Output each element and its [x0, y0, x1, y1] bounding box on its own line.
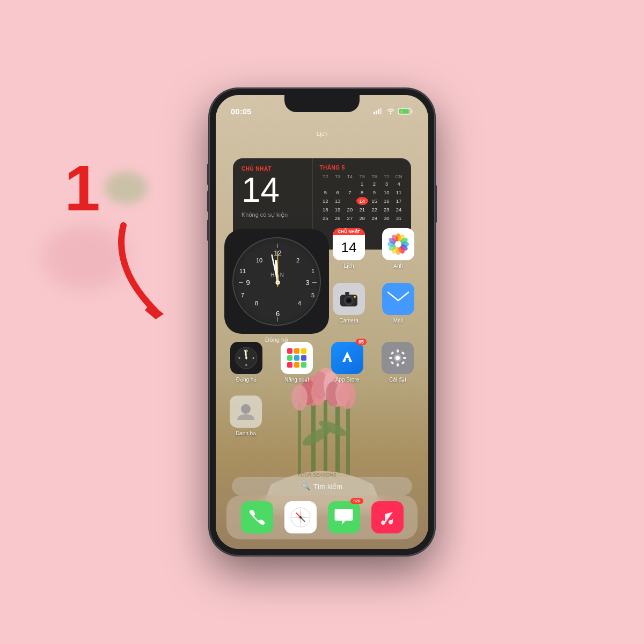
battery-icon: ⚡ — [398, 108, 413, 115]
app-danhBa-icon[interactable] — [230, 396, 262, 428]
svg-text:⚡: ⚡ — [399, 109, 404, 114]
cal-day-18: 18 — [319, 206, 331, 214]
app-anh-icon[interactable] — [382, 228, 414, 260]
cal-day-10: 10 — [380, 188, 392, 196]
clock-small-svg: 12 3 6 9 — [233, 345, 260, 371]
contacts-svg — [235, 401, 257, 422]
app-nangSuat-wrap[interactable]: Năng suất — [275, 342, 318, 383]
cal-day-5: 5 — [319, 188, 331, 196]
cal-app-day-label: CHỦ NHẬT — [333, 228, 365, 235]
dock-phone-icon[interactable] — [241, 501, 273, 533]
svg-text:5: 5 — [311, 292, 314, 298]
cal-day-27: 27 — [344, 214, 356, 222]
app-appstore-wrap[interactable]: 65 App Store — [326, 342, 369, 383]
calendar-widget-label: Lịch — [224, 128, 420, 138]
svg-text:8: 8 — [255, 300, 258, 306]
svg-rect-91 — [301, 362, 306, 368]
messages-badge: 326 — [350, 498, 363, 504]
dock-music-wrap[interactable] — [371, 501, 404, 533]
cal-day-21: 21 — [356, 206, 368, 214]
svg-rect-86 — [287, 355, 292, 361]
dock-safari-wrap[interactable] — [284, 501, 317, 533]
annotation-arrow — [102, 215, 209, 322]
cal-day-29: 29 — [369, 214, 380, 222]
svg-point-64 — [395, 241, 401, 247]
app-nangSuat-icon[interactable] — [281, 342, 313, 374]
app-appstore-label: App Store — [335, 377, 359, 383]
clock-widget-bg: 12 3 6 9 2 10 4 8 1 11 5 7 HAN — [224, 229, 329, 334]
svg-rect-23 — [380, 108, 382, 114]
dock: 326 — [226, 495, 418, 539]
svg-rect-90 — [294, 362, 299, 368]
app-dongho-icon[interactable]: 12 3 6 9 — [230, 342, 262, 374]
dock-messages-wrap[interactable]: 326 — [328, 501, 360, 533]
cal-day-1: 1 — [356, 180, 368, 188]
music-svg — [378, 508, 397, 527]
cal-day-empty — [319, 180, 331, 188]
app-settings-label: Cài đặt — [389, 377, 406, 383]
calendar-widget-container[interactable]: CHỦ NHẬT 14 Không có sự kiện THÁNG 5 T2 … — [224, 126, 420, 138]
cal-app-day-number: 14 — [341, 235, 357, 260]
app-lich-wrap[interactable]: CHỦ NHẬT 14 Lịch — [327, 228, 370, 269]
svg-point-50 — [277, 282, 279, 284]
cal-day-9: 9 — [369, 188, 380, 196]
svg-rect-100 — [401, 361, 405, 364]
cal-day-empty — [344, 197, 356, 205]
app-appstore-icon[interactable]: 65 — [331, 342, 363, 374]
app-anh-label: Ảnh — [393, 263, 403, 269]
svg-point-24 — [390, 113, 391, 114]
cal-header-t2: T2 — [319, 174, 331, 179]
app-danhBa-wrap[interactable]: Danh bạ — [224, 396, 267, 436]
app-anh-wrap[interactable]: Ảnh — [377, 228, 420, 269]
svg-rect-96 — [397, 363, 399, 367]
dock-safari-icon[interactable] — [284, 501, 317, 533]
svg-text:9: 9 — [246, 279, 250, 287]
dock-messages-icon[interactable]: 326 — [328, 501, 360, 533]
cal-day-20: 20 — [344, 206, 356, 214]
app-camera-wrap[interactable]: Camera — [327, 283, 370, 324]
calendar-month: THÁNG 5 — [319, 165, 405, 171]
search-bar[interactable]: 🔍 Tìm kiếm — [232, 477, 412, 495]
svg-point-103 — [241, 404, 251, 414]
vol-up-button[interactable] — [207, 191, 209, 212]
dock-phone-wrap[interactable] — [241, 501, 273, 533]
app-grid-row1b: Camera Mail — [327, 283, 420, 324]
svg-rect-22 — [378, 109, 379, 114]
svg-text:3: 3 — [305, 279, 309, 287]
app-mail-wrap[interactable]: Mail — [377, 283, 420, 324]
app-settings-wrap[interactable]: Cài đặt — [376, 342, 419, 383]
signal-icon — [374, 108, 383, 114]
svg-rect-87 — [294, 355, 299, 361]
cal-header-cn: CN — [393, 174, 405, 179]
app-mail-icon[interactable] — [382, 283, 414, 315]
clock-widget[interactable]: 12 3 6 9 2 10 4 8 1 11 5 7 HAN — [224, 229, 329, 334]
cal-day-26: 26 — [332, 214, 343, 222]
cal-day-13: 13 — [332, 197, 343, 205]
vol-down-button[interactable] — [207, 219, 209, 241]
dock-music-icon[interactable] — [371, 501, 404, 533]
svg-text:11: 11 — [239, 268, 246, 274]
appstore-svg — [337, 348, 357, 368]
cal-header-t6: T6 — [369, 174, 380, 179]
mail-svg — [387, 291, 409, 307]
svg-rect-88 — [301, 355, 306, 361]
wifi-icon — [386, 108, 395, 114]
app-lich-label: Lịch — [343, 263, 354, 269]
app-lich-icon[interactable]: CHỦ NHẬT 14 — [333, 228, 365, 260]
cal-day-15: 15 — [369, 197, 380, 205]
search-icon: 🔍 — [302, 482, 310, 491]
app-settings-icon[interactable] — [382, 342, 414, 374]
app-dongho-wrap[interactable]: 12 3 6 9 Đồng hồ — [225, 342, 268, 383]
search-text: Tìm kiếm — [313, 482, 342, 491]
cal-header-t4: T4 — [344, 174, 356, 179]
calendar-day-number: 14 — [241, 173, 304, 207]
app-camera-icon[interactable] — [333, 283, 365, 315]
phone-screen: FOUR SEASONS 00:05 — [216, 95, 428, 549]
cal-day-empty — [344, 180, 356, 188]
cal-header-t3: T3 — [332, 174, 343, 179]
svg-point-68 — [347, 299, 350, 302]
svg-rect-69 — [345, 292, 349, 295]
cal-day-23: 23 — [380, 206, 392, 214]
svg-text:10: 10 — [256, 257, 262, 264]
app-camera-label: Camera — [339, 318, 358, 324]
